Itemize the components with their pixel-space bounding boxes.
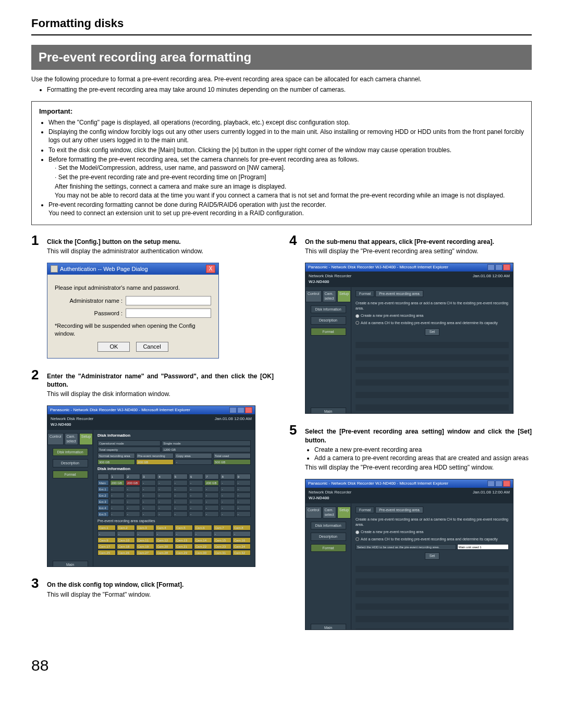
model-label: WJ-ND400 [309, 496, 329, 500]
timestamp-label: Jan.01.08 12:00 AM [473, 274, 510, 285]
cam-cell: Cam.28 [155, 550, 174, 556]
cell: - [141, 505, 156, 511]
side-disk-info-button[interactable]: Disk information [311, 305, 346, 313]
app-sidebar: Control Cam. select Setup Disk informati… [305, 287, 351, 414]
capacity-label: Total capacity [97, 447, 161, 452]
cell: 9 [236, 474, 251, 479]
cam-cell: Cam.2 [117, 525, 135, 530]
tab-cam-select[interactable]: Cam. select [323, 290, 336, 302]
side-main-button[interactable]: Main [311, 624, 346, 631]
cell: - [141, 486, 156, 492]
intro-bullets: Formatting the pre-event recording area … [47, 85, 532, 94]
tab-setup[interactable]: Setup [337, 290, 351, 302]
cam-cell: Cam.18 [117, 544, 135, 549]
topmenu-format[interactable]: Format [356, 507, 374, 513]
radio-create[interactable]: Create a new pre-event recording area [356, 529, 509, 534]
close-icon[interactable] [503, 264, 510, 270]
topmenu-format[interactable]: Format [356, 290, 374, 297]
main-heading: Disk information [97, 433, 251, 439]
tab-cam-select[interactable]: Cam. select [323, 507, 336, 519]
dialog-close-button[interactable]: X [206, 265, 215, 273]
min-icon[interactable] [487, 264, 495, 270]
app-window: Panasonic - Network Disk Recorder WJ-ND4… [305, 479, 513, 630]
max-icon[interactable] [495, 480, 503, 487]
tab-cam-select[interactable]: Cam. select [65, 433, 78, 445]
tab-control[interactable]: Control [47, 433, 64, 445]
cell: - [189, 480, 203, 486]
topmenu-preevent[interactable]: Pre-event recording area [375, 507, 423, 513]
dialog-icon [51, 265, 58, 273]
hdd-select-dropdown[interactable]: Main unit used 1 [457, 544, 509, 550]
cell: - [220, 511, 235, 517]
side-format-button[interactable]: Format [311, 544, 346, 552]
side-disk-info-button[interactable]: Disk information [53, 448, 88, 456]
max-icon[interactable] [495, 264, 503, 270]
radio-icon [356, 537, 359, 541]
radio-add[interactable]: Add a camera CH to the existing pre-even… [356, 320, 509, 325]
cam-cell: - [175, 531, 193, 537]
app-titlebar: Panasonic - Network Disk Recorder WJ-ND4… [305, 263, 513, 272]
side-main-button[interactable]: Main [311, 408, 346, 414]
col-header: Pre-event recording area [136, 453, 174, 459]
tab-setup[interactable]: Setup [79, 433, 93, 445]
close-icon[interactable] [245, 407, 252, 413]
side-disk-info-button[interactable]: Disk information [311, 522, 346, 529]
cell: - [175, 459, 212, 465]
auth-dialog: Authentication -- Web Page Dialog X Plea… [47, 263, 219, 358]
close-icon[interactable] [503, 480, 510, 487]
tab-setup[interactable]: Setup [337, 507, 351, 519]
cell: - [204, 492, 219, 498]
admin-name-input[interactable] [126, 296, 211, 305]
set-button[interactable]: Set [425, 328, 440, 335]
max-icon[interactable] [237, 407, 244, 413]
tab-control[interactable]: Control [305, 507, 322, 519]
cam-cell: Cam.5 [175, 525, 193, 530]
app-header: Network Disk RecorderWJ-ND400 Jan.01.08 … [305, 488, 513, 503]
topmenu-preevent[interactable]: Pre-event recording area [375, 290, 423, 297]
set-button[interactable]: Set [425, 552, 440, 559]
cell: - [236, 511, 251, 517]
radio-add[interactable]: Add a camera CH to the existing pre-even… [356, 537, 509, 541]
preevent-hdd-screenshot: Panasonic - Network Disk Recorder WJ-ND4… [305, 479, 532, 630]
ok-button[interactable]: OK [97, 342, 130, 352]
radio-create[interactable]: Create a new pre-event recording area [356, 313, 509, 318]
step-number: 2 [31, 368, 42, 399]
cancel-button[interactable]: Cancel [136, 342, 168, 352]
step-bullet: Create a new pre-event recording area [314, 446, 532, 454]
app-browser-title: Panasonic - Network Disk Recorder WJ-ND4… [308, 265, 448, 270]
step-desc: This will display the "Pre-event recordi… [305, 463, 532, 472]
important-label: Important: [39, 107, 524, 116]
side-format-button[interactable]: Format [311, 328, 346, 336]
password-input[interactable] [126, 309, 211, 318]
cam-cell: Cam.23 [213, 544, 231, 549]
cell: 7 [204, 474, 219, 479]
cam-cell: Cam.9 [97, 537, 116, 543]
cell: - [157, 486, 172, 492]
side-main-button[interactable]: Main [53, 561, 88, 567]
dialog-title: Authentication -- Web Page Dialog [60, 265, 204, 273]
step-heading: Select the [Pre-event recording area set… [305, 427, 532, 444]
timestamp-label: Jan.01.08 12:00 AM [473, 490, 510, 501]
side-description-button[interactable]: Description [53, 459, 88, 467]
cell: 6 [189, 474, 203, 479]
radio-label: Add a camera CH to the existing pre-even… [361, 321, 498, 325]
capacity-value: 1200 GB [162, 447, 251, 452]
side-description-button[interactable]: Description [311, 316, 346, 324]
cell: 2 [126, 474, 140, 479]
table-heading: Disk information [97, 466, 251, 472]
min-icon[interactable] [229, 407, 237, 413]
cell: - [173, 511, 188, 517]
min-icon[interactable] [487, 480, 495, 487]
cell: - [236, 480, 251, 486]
side-description-button[interactable]: Description [311, 533, 346, 540]
cam-cell: Cam.31 [213, 550, 231, 556]
tab-control[interactable]: Control [305, 290, 322, 302]
dialog-warning: *Recording will be suspended when openin… [55, 322, 211, 338]
side-format-button[interactable]: Format [53, 471, 88, 478]
step-desc: This will display the administrator auth… [47, 247, 274, 255]
disk-info-screenshot: Panasonic - Network Disk Recorder WJ-ND4… [47, 405, 274, 567]
cam-cell: Cam.29 [175, 550, 193, 556]
two-columns: 1 Click the [Config.] button on the setu… [31, 233, 532, 639]
cell: - [204, 505, 219, 511]
important-subitem: Set the pre-event recording rate and pre… [55, 173, 524, 181]
